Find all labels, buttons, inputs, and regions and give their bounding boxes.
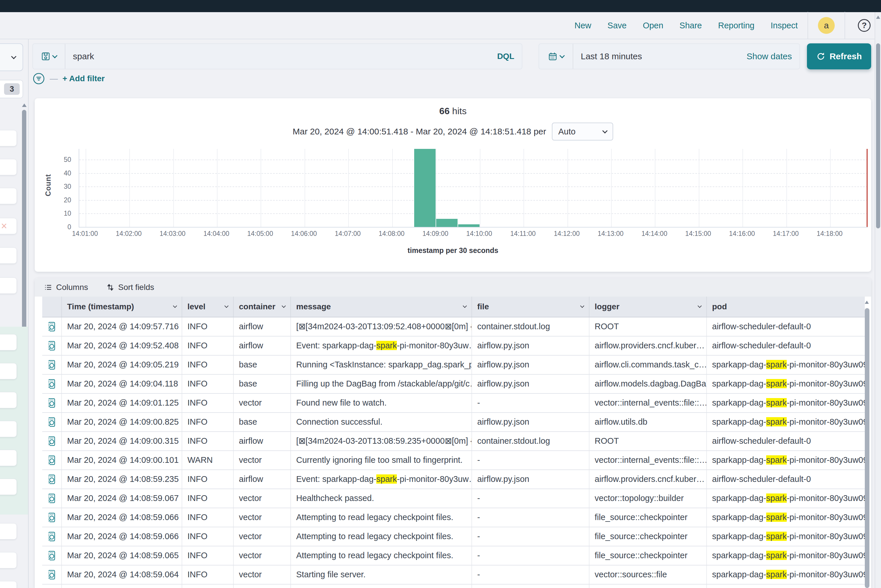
expand-row-button[interactable] <box>42 336 62 355</box>
expand-row-button[interactable] <box>42 566 62 584</box>
sidebar-card[interactable] <box>0 581 17 588</box>
cell-container: airflow <box>234 432 291 450</box>
cell-pod: sparkapp-dag-spark-pi-monitor-80y3uw09 <box>707 375 865 393</box>
sidebar-card[interactable] <box>0 159 17 175</box>
topnav-save[interactable]: Save <box>607 21 627 30</box>
query-language-button[interactable]: DQL <box>497 52 522 61</box>
expand-row-button[interactable] <box>42 394 62 412</box>
calendar-menu-button[interactable] <box>539 44 573 69</box>
table-scrollbar[interactable] <box>865 308 869 588</box>
histogram-bar[interactable] <box>436 219 457 227</box>
histogram-bar[interactable] <box>414 149 436 227</box>
add-filter-button[interactable]: + Add filter <box>63 74 105 83</box>
header-container[interactable]: container <box>234 297 291 317</box>
sidebar-card[interactable] <box>0 479 17 495</box>
sort-fields-button[interactable]: Sort fields <box>107 283 154 292</box>
cell-level: INFO <box>182 527 234 546</box>
topnav-new[interactable]: New <box>574 21 591 30</box>
topnav-reporting[interactable]: Reporting <box>718 21 755 30</box>
saved-query-menu-button[interactable] <box>33 44 65 69</box>
sidebar-card[interactable] <box>0 392 17 408</box>
cell-time: Mar 20, 2024 @ 14:09:52.408 <box>62 336 182 355</box>
cell-pod: sparkapp-dag-spark-pi-monitor-80y3uw09 <box>707 508 865 527</box>
interval-select[interactable]: Auto <box>552 123 613 141</box>
date-picker[interactable]: Last 18 minutes Show dates <box>538 44 800 69</box>
expand-row-button[interactable] <box>42 470 62 489</box>
column-menu-icon[interactable] <box>463 304 467 308</box>
sidebar-card[interactable] <box>0 450 17 466</box>
gridline <box>699 149 699 227</box>
gridline <box>567 149 568 227</box>
show-dates-link[interactable]: Show dates <box>747 51 800 61</box>
column-menu-icon[interactable] <box>282 304 286 308</box>
sidebar-card[interactable] <box>0 248 17 264</box>
expand-row-button[interactable] <box>42 356 62 374</box>
log-row-clipped <box>42 585 865 588</box>
cell-level: INFO <box>182 489 234 508</box>
column-menu-icon[interactable] <box>580 304 584 308</box>
time-range-value[interactable]: Last 18 minutes <box>573 51 747 61</box>
sidebar-collapse-button[interactable] <box>0 44 23 71</box>
header-file[interactable]: file <box>472 297 589 317</box>
sidebar-card[interactable] <box>0 523 17 539</box>
header-pod[interactable]: pod <box>707 297 865 317</box>
header-message[interactable]: message <box>291 297 472 317</box>
log-row: Mar 20, 2024 @ 14:09:04.118INFObaseFilli… <box>42 375 865 394</box>
cell-container: base <box>234 356 291 374</box>
window-scrollbar-track[interactable] <box>875 12 881 588</box>
column-menu-icon[interactable] <box>224 304 229 308</box>
cell-time: Mar 20, 2024 @ 14:08:59.235 <box>62 470 182 489</box>
expand-row-button[interactable] <box>42 546 62 565</box>
cell-pod: sparkapp-dag-spark-pi-monitor-80y3uw09 <box>707 356 865 374</box>
sidebar-card-close[interactable]: × <box>0 218 17 234</box>
cell-message: Event: sparkapp-dag-spark-pi-monitor-80y… <box>291 470 472 489</box>
search-input[interactable]: spark <box>65 51 497 61</box>
expand-row-button[interactable] <box>42 432 62 450</box>
header-logger[interactable]: logger <box>589 297 707 317</box>
scroll-up-arrow[interactable] <box>876 16 880 19</box>
sidebar-card[interactable] <box>0 278 17 294</box>
sidebar-card[interactable] <box>0 334 17 350</box>
topnav-open[interactable]: Open <box>643 21 663 30</box>
topnav-share[interactable]: Share <box>680 21 702 30</box>
header-time[interactable]: Time (timestamp) <box>62 297 182 317</box>
window-scrollbar-thumb[interactable] <box>876 44 880 228</box>
cell-logger: ROOT <box>589 432 707 450</box>
columns-button[interactable]: Columns <box>44 283 88 292</box>
selected-fields-card[interactable]: 3 <box>0 80 23 98</box>
filter-bar: — + Add filter <box>32 71 105 86</box>
log-row: Mar 20, 2024 @ 14:08:59.235INFOairflowEv… <box>42 470 865 489</box>
cell-logger: vector::internal_events::file::… <box>589 394 707 412</box>
sidebar-card[interactable] <box>0 130 17 146</box>
topnav-inspect[interactable]: Inspect <box>771 21 798 30</box>
sidebar-scroll-up-arrow[interactable] <box>22 104 27 107</box>
sidebar-scrollbar[interactable] <box>22 110 26 351</box>
sidebar-card[interactable] <box>0 363 17 379</box>
x-tick-label: 14:05:00 <box>247 230 273 238</box>
expand-row-button[interactable] <box>42 527 62 546</box>
sidebar-card[interactable] <box>0 188 17 204</box>
refresh-button[interactable]: Refresh <box>807 44 871 69</box>
column-menu-icon[interactable] <box>698 304 702 308</box>
inspect-document-icon <box>47 569 57 580</box>
documents-table-panel: Columns Sort fields Time (timestamp) lev… <box>35 278 871 588</box>
avatar[interactable]: a <box>818 17 835 34</box>
expand-row-button[interactable] <box>42 508 62 527</box>
sidebar-card[interactable] <box>0 552 17 568</box>
inspect-document-icon <box>47 550 57 561</box>
expand-row-button[interactable] <box>42 413 62 431</box>
cell <box>707 585 865 588</box>
expand-row-button[interactable] <box>42 451 62 470</box>
help-button[interactable]: ? <box>858 19 870 32</box>
table-scroll-up-arrow[interactable] <box>865 301 869 304</box>
column-menu-icon[interactable] <box>173 304 177 308</box>
expand-row-button[interactable] <box>42 375 62 393</box>
histogram-plot[interactable] <box>79 149 868 228</box>
search-bar[interactable]: spark DQL <box>32 44 522 69</box>
histogram-bar[interactable] <box>458 224 480 227</box>
header-level[interactable]: level <box>182 297 234 317</box>
filter-icon[interactable] <box>32 72 45 85</box>
expand-row-button[interactable] <box>42 317 62 336</box>
sidebar-card[interactable] <box>0 421 17 437</box>
expand-row-button[interactable] <box>42 489 62 508</box>
